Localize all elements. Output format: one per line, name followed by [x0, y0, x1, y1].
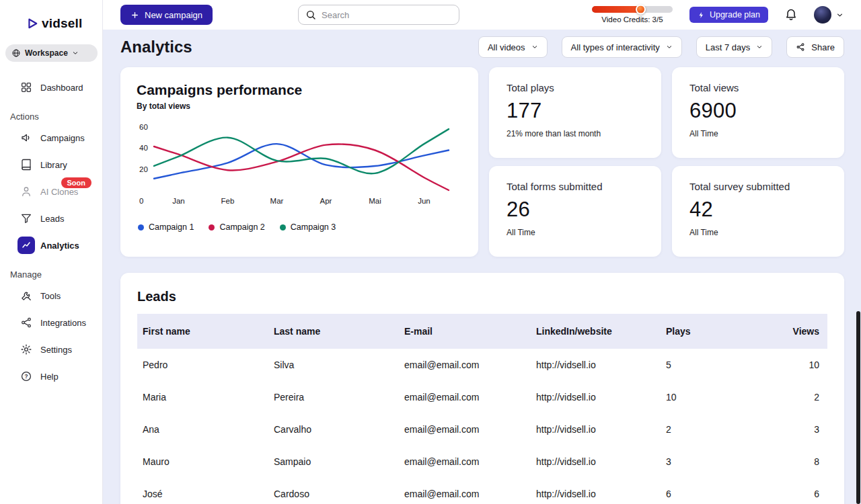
- chevron-down-icon: [666, 44, 673, 50]
- svg-text:40: 40: [139, 144, 148, 152]
- plus-icon: [130, 11, 139, 19]
- sidebar-item-campaigns[interactable]: Campaigns: [0, 124, 102, 151]
- sidebar-item-tools[interactable]: Tools: [0, 282, 102, 309]
- sidebar-item-help[interactable]: ? Help: [0, 363, 102, 390]
- cell-last-name: Carvalho: [268, 424, 399, 435]
- column-header: Last name: [268, 326, 399, 337]
- filter-date-range-label: Last 7 days: [706, 42, 751, 52]
- cell-plays: 10: [661, 392, 761, 403]
- cell-first-name: Ana: [137, 424, 268, 435]
- cell-last-name: Sampaio: [268, 456, 399, 467]
- cell-views: 2: [761, 392, 827, 403]
- upgrade-plan-label: Upgrade plan: [710, 10, 760, 19]
- cell-website: http://vidsell.io: [531, 360, 661, 370]
- filters-bar: All videos All types of interactivity La…: [478, 36, 844, 58]
- legend-label: Campaign 3: [291, 222, 336, 232]
- leads-table-header: First name Last name E-mail LinkedIn/web…: [137, 314, 827, 349]
- stat-value: 42: [689, 198, 827, 222]
- sidebar-item-label: Analytics: [40, 241, 79, 251]
- share-button-label: Share: [811, 42, 835, 52]
- svg-text:Jan: Jan: [172, 197, 185, 205]
- leads-card: Leads First name Last name E-mail Linked…: [120, 273, 844, 504]
- stats-grid: Total plays 177 21% more than last month…: [489, 67, 844, 257]
- cell-views: 10: [761, 360, 827, 370]
- integrations-icon: [17, 314, 35, 331]
- sidebar-item-leads[interactable]: Leads: [0, 205, 102, 232]
- cell-plays: 6: [661, 489, 761, 499]
- sidebar-item-label: Leads: [40, 214, 64, 224]
- table-row: Maria Pereira email@email.com http://vid…: [137, 381, 827, 413]
- svg-text:Jun: Jun: [418, 197, 430, 205]
- ai-clones-icon: [17, 183, 35, 200]
- leads-title: Leads: [137, 289, 827, 304]
- cell-views: 8: [761, 456, 827, 467]
- analytics-icon: [17, 237, 35, 254]
- chevron-down-icon: [836, 11, 844, 19]
- library-icon: [17, 156, 35, 173]
- credits-label: Video Credits: 3/5: [601, 15, 663, 24]
- sidebar-item-dashboard[interactable]: Dashboard: [0, 74, 102, 101]
- stat-value: 177: [507, 99, 644, 123]
- cell-plays: 2: [661, 424, 761, 435]
- dashboard-icon: [17, 79, 35, 96]
- column-header: LinkedIn/website: [531, 326, 661, 337]
- stat-value: 6900: [689, 99, 827, 123]
- sidebar-item-settings[interactable]: Settings: [0, 336, 102, 363]
- brand-name: vidsell: [42, 16, 83, 31]
- notifications-bell-icon[interactable]: [784, 8, 798, 22]
- legend-dot: [280, 224, 286, 230]
- campaigns-performance-card: Campaigns performance By total views 020…: [120, 67, 478, 257]
- cell-last-name: Pereira: [268, 392, 399, 403]
- cell-website: http://vidsell.io: [531, 424, 661, 435]
- svg-text:20: 20: [139, 165, 148, 173]
- soon-badge: Soon: [61, 177, 92, 188]
- chart-title: Campaigns performance: [137, 82, 462, 98]
- sidebar-item-library[interactable]: Library: [0, 151, 102, 178]
- sidebar-section-actions: Actions: [10, 112, 102, 122]
- scrollbar-thumb[interactable]: [856, 311, 860, 504]
- share-button[interactable]: Share: [786, 36, 844, 58]
- sidebar-item-label: Integrations: [40, 318, 86, 328]
- share-icon: [796, 42, 805, 52]
- stat-note: 21% more than last month: [507, 129, 644, 138]
- legend-dot: [138, 224, 144, 230]
- svg-text:Feb: Feb: [221, 197, 235, 205]
- upgrade-plan-button[interactable]: Upgrade plan: [689, 7, 768, 23]
- lightning-icon: [698, 11, 705, 19]
- chevron-down-icon: [72, 50, 79, 56]
- cell-plays: 5: [661, 360, 761, 370]
- vidsell-logo[interactable]: vidsell: [26, 16, 102, 31]
- sidebar-item-ai-clones[interactable]: AI Clones Soon: [0, 178, 102, 205]
- svg-text:Mai: Mai: [369, 197, 381, 205]
- stat-note: All Time: [507, 228, 644, 237]
- tools-icon: [17, 287, 35, 304]
- cell-email: email@email.com: [399, 456, 531, 467]
- cell-plays: 3: [661, 456, 761, 467]
- help-icon: ?: [17, 368, 35, 385]
- line-chart: 0204060JanFebMarAprMaiJun: [137, 120, 453, 208]
- sidebar-item-integrations[interactable]: Integrations: [0, 309, 102, 336]
- stat-total-views: Total views 6900 All Time: [672, 67, 844, 158]
- sidebar-item-label: Campaigns: [40, 133, 85, 143]
- chart-area: 0204060JanFebMarAprMaiJun: [137, 120, 462, 210]
- user-menu[interactable]: [814, 6, 844, 24]
- svg-text:60: 60: [139, 123, 148, 131]
- search-input[interactable]: [322, 10, 452, 20]
- stat-note: All Time: [689, 228, 827, 237]
- stat-total-plays: Total plays 177 21% more than last month: [489, 67, 661, 158]
- content-header: Analytics All videos All types of intera…: [120, 36, 844, 58]
- svg-text:0: 0: [139, 197, 143, 205]
- workspace-switcher[interactable]: Workspace: [5, 44, 98, 62]
- filter-all-videos[interactable]: All videos: [478, 36, 548, 58]
- legend-label: Campaign 2: [219, 222, 264, 232]
- credits-knob: [636, 5, 646, 15]
- filter-interactivity[interactable]: All types of interactivity: [562, 36, 682, 58]
- search-box: [298, 5, 459, 25]
- new-campaign-button[interactable]: New campaign: [120, 5, 213, 25]
- table-row: José Cardoso email@email.com http://vids…: [137, 478, 827, 504]
- filter-date-range[interactable]: Last 7 days: [696, 36, 773, 58]
- cell-first-name: Mauro: [137, 456, 268, 467]
- cell-last-name: Silva: [268, 360, 399, 370]
- stat-value: 26: [507, 198, 644, 222]
- sidebar-item-analytics[interactable]: Analytics: [0, 232, 102, 259]
